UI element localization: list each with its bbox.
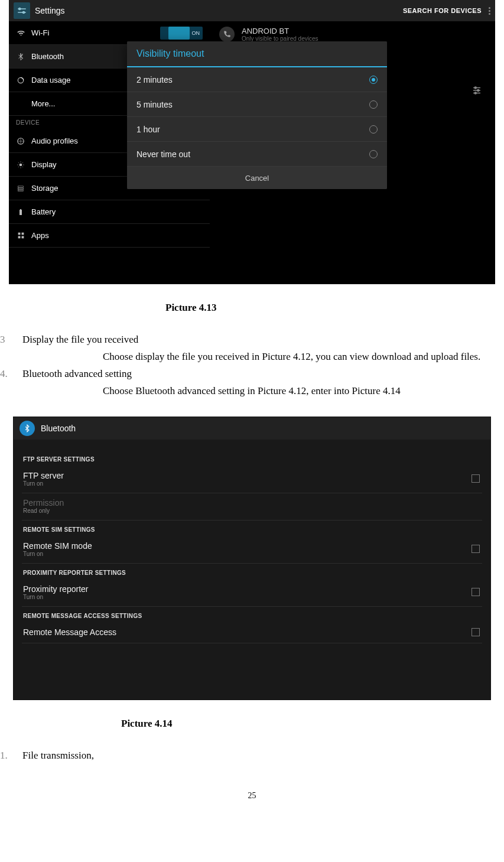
list-number: 1. [0,747,22,765]
blank-icon [16,99,25,109]
dialog-title: Visibility timeout [127,41,387,67]
sidebar-item-battery[interactable]: Battery [9,200,210,224]
search-for-devices-button[interactable]: SEARCH FOR DEVICES [403,7,482,14]
sidebar-item-apps[interactable]: Apps [9,224,210,248]
row-subtitle: Turn on [23,551,92,557]
svg-rect-7 [18,186,23,187]
svg-rect-10 [19,210,22,215]
data-usage-icon [16,76,25,85]
group-header: PROXIMITY REPORTER SETTINGS [22,564,482,580]
svg-rect-11 [20,209,21,210]
audio-icon [16,136,25,146]
radio-icon [369,76,378,84]
svg-point-6 [19,163,22,166]
svg-rect-8 [18,188,23,189]
visibility-timeout-dialog: Visibility timeout 2 minutes 5 minutes 1… [127,41,387,189]
svg-rect-9 [18,190,23,191]
row-title: Remote SIM mode [23,541,92,551]
document-text: 3 Display the file you received Choose d… [0,331,504,400]
group-header: REMOTE SIM SETTINGS [22,521,482,536]
page-number: 25 [0,791,504,801]
row-title: Permission [23,498,64,508]
sidebar-label: Battery [31,207,56,216]
row-proximity[interactable]: Proximity reporter Turn on [22,580,482,607]
sidebar-label: Audio profiles [31,136,78,145]
bluetooth-header: Bluetooth [14,417,490,440]
list-title: Bluetooth advanced setting [22,366,504,383]
radio-icon [369,150,378,158]
sidebar-label: Display [31,160,57,169]
dialog-option-2min[interactable]: 2 minutes [127,67,387,92]
bluetooth-advanced-screenshot: Bluetooth FTP SERVER SETTINGS FTP server… [13,417,491,700]
svg-point-21 [474,92,476,94]
list-body: Choose Bluetooth advanced setting in Pic… [0,383,504,400]
dialog-option-never[interactable]: Never time out [127,142,387,167]
figure-caption: Picture 4.13 [0,302,504,314]
radio-icon [369,100,378,109]
row-ftp-server[interactable]: FTP server Turn on [22,466,482,493]
overflow-menu-icon[interactable] [489,7,490,15]
checkbox-icon[interactable] [472,628,480,636]
dialog-option-5min[interactable]: 5 minutes [127,92,387,117]
figure-caption: Picture 4.14 [0,718,504,730]
svg-rect-15 [21,236,24,239]
sidebar-label: Bluetooth [31,52,64,61]
checkbox-icon[interactable] [472,588,480,596]
list-title: Display the file you received [22,331,504,349]
svg-rect-12 [18,233,20,235]
checkbox-icon[interactable] [472,474,480,483]
sidebar-label: Wi-Fi [31,28,49,37]
device-name: ANDROID BT [242,27,318,35]
option-label: 2 minutes [136,75,173,84]
battery-icon [16,207,25,217]
row-subtitle: Read only [23,508,64,514]
wifi-icon [16,28,25,38]
actionbar-title: Settings [35,6,65,15]
action-bar: Settings SEARCH FOR DEVICES [9,0,495,21]
row-title: Remote Message Access [23,627,116,637]
option-label: 1 hour [136,125,160,134]
list-number: 4. [0,366,22,383]
bluetooth-icon [19,421,35,436]
row-subtitle: Turn on [23,594,88,600]
row-subtitle: Turn on [23,480,64,487]
group-header: FTP SERVER SETTINGS [22,450,482,466]
settings-app-icon [14,2,30,19]
svg-rect-14 [18,236,20,239]
row-title: Proximity reporter [23,584,88,594]
list-body: Choose display the file you received in … [0,349,504,366]
option-label: Never time out [136,149,190,159]
bluetooth-icon [16,52,25,61]
row-remote-message[interactable]: Remote Message Access [22,623,482,643]
row-permission: Permission Read only [22,493,482,521]
settings-screenshot: Settings SEARCH FOR DEVICES Wi-Fi ON [9,0,495,284]
svg-rect-13 [21,233,24,235]
group-header: REMOTE MESSAGE ACCESS SETTINGS [22,607,482,623]
sidebar-label: Storage [31,184,58,193]
checkbox-icon[interactable] [472,545,480,553]
sidebar-label: Data usage [31,76,71,84]
row-title: FTP server [23,471,64,480]
wifi-toggle[interactable]: ON [160,27,203,40]
sidebar-label: Apps [31,231,49,240]
row-remote-sim[interactable]: Remote SIM mode Turn on [22,536,482,564]
list-number: 3 [0,331,22,349]
storage-icon [16,184,25,193]
list-title: File transmission, [22,747,504,765]
phone-icon [219,27,235,42]
dialog-cancel-button[interactable]: Cancel [127,167,387,189]
apps-icon [16,231,25,240]
svg-point-20 [477,90,479,92]
option-label: 5 minutes [136,100,173,109]
header-title: Bluetooth [41,424,76,433]
display-icon [16,160,25,170]
svg-point-19 [474,87,476,89]
radio-icon [369,125,378,134]
tune-icon[interactable] [472,85,482,98]
sidebar-label: More... [31,99,55,108]
dialog-option-1hour[interactable]: 1 hour [127,117,387,142]
